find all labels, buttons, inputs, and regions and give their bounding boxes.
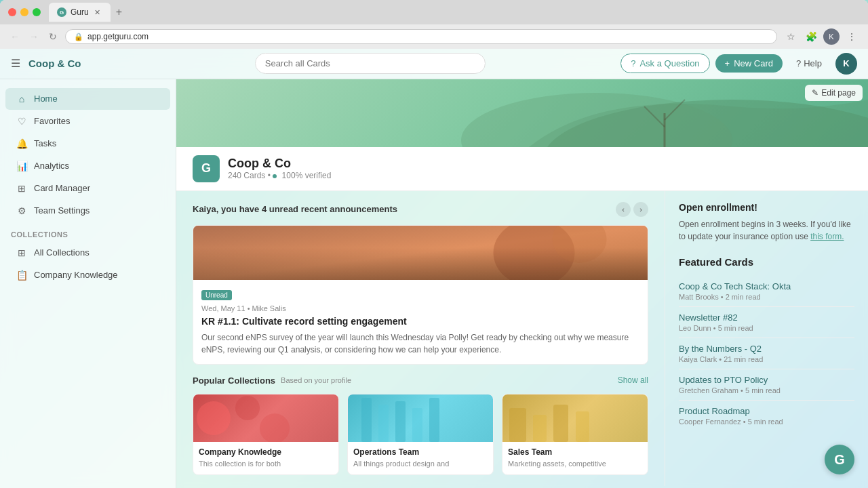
featured-card-meta: Kaiya Clark • 21 min read	[679, 355, 854, 363]
address-bar: 🔒 app.getguru.com	[65, 29, 777, 44]
sidebar-item-label: Team Settings	[34, 205, 90, 216]
company-header: G Coop & Co 240 Cards • 100% verified	[176, 147, 868, 191]
svg-rect-17	[429, 398, 439, 442]
sidebar-item-all-collections[interactable]: ⊞ All Collections	[5, 242, 170, 264]
featured-card-name: Coop & Co Tech Stack: Okta	[679, 281, 854, 291]
svg-rect-16	[412, 408, 422, 442]
window-minimize-button[interactable]	[20, 8, 28, 16]
announcement-body-text: Our second eNPS survey of the year will …	[201, 331, 639, 356]
sidebar-item-label: Tasks	[34, 138, 56, 148]
company-name: Coop & Co	[228, 157, 331, 171]
announcement-image	[193, 226, 648, 280]
hero-tree-art	[258, 79, 868, 147]
ask-icon: ?	[631, 58, 635, 68]
featured-card-item[interactable]: Coop & Co Tech Stack: Okta Matt Brooks •…	[679, 276, 854, 307]
tab-label: Guru	[71, 7, 89, 17]
featured-card-item[interactable]: By the Numbers - Q2 Kaiya Clark • 21 min…	[679, 338, 854, 369]
all-collections-icon: ⊞	[16, 247, 27, 258]
unread-badge: Unread	[201, 290, 232, 300]
sidebar-item-label: Home	[34, 94, 58, 104]
popular-collections-header: Popular Collections Based on your profil…	[193, 375, 648, 386]
collection-thumbnail	[193, 394, 338, 442]
hero-banner: ✎ Edit page	[176, 79, 868, 147]
company-knowledge-icon: 📋	[16, 270, 27, 281]
featured-card-name: Newsletter #82	[679, 312, 854, 323]
announcements-section-header: Kaiya, you have 4 unread recent announce…	[193, 202, 648, 217]
sidebar-item-label: Favorites	[34, 116, 70, 126]
tab-favicon: G	[57, 7, 66, 17]
browser-profile-avatar[interactable]: K	[823, 28, 840, 45]
user-avatar[interactable]: K	[835, 53, 857, 75]
company-logo: G	[193, 155, 220, 182]
featured-card-name: Updates to PTO Policy	[679, 375, 854, 385]
new-tab-button[interactable]: +	[111, 3, 127, 21]
sidebar-item-card-manager[interactable]: ⊞ Card Manager	[5, 178, 170, 199]
collection-name: Company Knowledge	[199, 447, 333, 457]
edit-page-button[interactable]: ✎ Edit page	[805, 85, 863, 101]
hamburger-menu-button[interactable]: ☰	[11, 57, 20, 70]
app-topnav: ☰ Coop & Co ? Ask a Question + New Card …	[0, 49, 868, 79]
sidebar-item-home[interactable]: ⌂ Home	[5, 88, 170, 110]
window-maximize-button[interactable]	[33, 8, 41, 16]
announcement-meta: Wed, May 11 • Mike Salis	[201, 304, 639, 312]
sidebar-item-company-knowledge[interactable]: 📋 Company Knowledge	[5, 264, 170, 286]
collection-card-sales-team[interactable]: Sales Team Marketing assets, competitive	[502, 394, 648, 475]
new-card-button[interactable]: + New Card	[715, 54, 783, 73]
ask-question-button[interactable]: ? Ask a Question	[620, 54, 709, 73]
enrollment-form-link[interactable]: this form.	[810, 232, 844, 241]
show-all-link[interactable]: Show all	[618, 375, 648, 385]
card-manager-icon: ⊞	[16, 183, 27, 194]
bookmark-icon[interactable]: ☆	[783, 28, 799, 45]
enrollment-title: Open enrollment!	[679, 202, 854, 213]
search-input[interactable]	[255, 53, 486, 74]
svg-rect-22	[576, 411, 589, 442]
sidebar-item-analytics[interactable]: 📊 Analytics	[5, 155, 170, 177]
app-logo: Coop & Co	[28, 58, 81, 69]
help-button[interactable]: ? Help	[788, 54, 830, 73]
sidebar-item-team-settings[interactable]: ⚙ Team Settings	[5, 200, 170, 222]
browser-menu-button[interactable]: ⋮	[844, 28, 860, 45]
collection-desc: This collection is for both	[199, 459, 333, 469]
browser-tab[interactable]: G Guru ✕	[49, 3, 111, 22]
svg-rect-15	[395, 401, 406, 442]
featured-cards-list: Coop & Co Tech Stack: Okta Matt Brooks •…	[679, 276, 854, 431]
analytics-icon: 📊	[16, 161, 27, 171]
svg-rect-19	[509, 408, 526, 442]
announcement-title: KR #1.1: Cultivate record setting engage…	[201, 315, 639, 327]
sidebar-item-tasks[interactable]: 🔔 Tasks	[5, 133, 170, 155]
featured-card-item[interactable]: Updates to PTO Policy Gretchen Graham • …	[679, 369, 854, 401]
announcements-prev-button[interactable]: ‹	[616, 202, 631, 217]
guru-fab-button[interactable]: G	[825, 445, 854, 474]
featured-card-item[interactable]: Newsletter #82 Leo Dunn • 5 min read	[679, 307, 854, 338]
extensions-icon[interactable]: 🧩	[803, 28, 819, 45]
pencil-icon: ✎	[812, 88, 818, 98]
window-close-button[interactable]	[8, 8, 16, 16]
forward-button[interactable]: →	[27, 31, 41, 42]
collection-desc: All things product design and	[353, 459, 488, 469]
sidebar: ⌂ Home ♡ Favorites 🔔 Tasks 📊 Analytics ⊞…	[0, 79, 176, 488]
main-content: ✎ Edit page G Coop & Co 240 Cards • 100%…	[176, 79, 868, 488]
svg-point-11	[260, 413, 290, 442]
popular-collections-title: Popular Collections	[193, 375, 275, 386]
company-meta: 240 Cards • 100% verified	[228, 171, 331, 180]
collection-card-operations-team[interactable]: Operations Team All things product desig…	[347, 394, 494, 475]
collection-card-company-knowledge[interactable]: Company Knowledge This collection is for…	[193, 394, 339, 475]
plus-icon: +	[725, 58, 730, 68]
announcements-next-button[interactable]: ›	[633, 202, 648, 217]
announcements-title: Kaiya, you have 4 unread recent announce…	[193, 204, 397, 214]
featured-card-item[interactable]: Product Roadmap Cooper Fernandez • 5 min…	[679, 401, 854, 431]
url-text: app.getguru.com	[87, 32, 149, 41]
collections-section-label: Collections	[0, 222, 176, 241]
enrollment-section: Open enrollment! Open enrollment begins …	[679, 202, 854, 243]
collections-grid: Company Knowledge This collection is for…	[193, 394, 648, 475]
popular-collections-subtitle: Based on your profile	[281, 376, 351, 384]
reload-button[interactable]: ↻	[46, 31, 60, 42]
back-button[interactable]: ←	[8, 31, 22, 42]
collection-desc: Marketing assets, competitive	[508, 459, 642, 469]
announcement-card[interactable]: Unread Wed, May 11 • Mike Salis KR #1.1:…	[193, 225, 648, 365]
collection-name: Sales Team	[508, 447, 642, 457]
featured-cards-title: Featured Cards	[679, 256, 854, 268]
tab-close-button[interactable]: ✕	[93, 7, 102, 17]
gear-icon: ⚙	[16, 205, 27, 216]
sidebar-item-favorites[interactable]: ♡ Favorites	[5, 110, 170, 132]
